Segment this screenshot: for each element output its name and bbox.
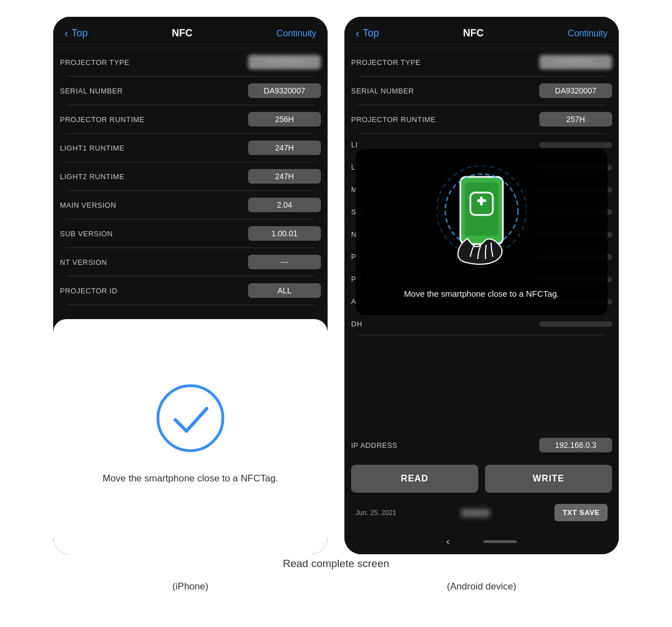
android-continuity-button[interactable]: Continuity — [568, 29, 608, 39]
iphone-data-list: PROJECTOR TYPEPT-MZ570SERIAL NUMBERDA932… — [53, 48, 328, 308]
iphone-data-row: LIGHT2 RUNTIME247H — [60, 166, 321, 187]
iphone-row-value: 247H — [248, 141, 321, 155]
iphone-nav: ‹ Top NFC Continuity — [53, 17, 328, 48]
footer-blurred-info: ██████ — [461, 509, 490, 517]
iphone-row-label: NT VERSION — [60, 258, 248, 266]
read-button[interactable]: READ — [351, 465, 478, 493]
iphone-row-label: PROJECTOR TYPE — [60, 58, 248, 67]
svg-rect-4 — [480, 196, 483, 205]
iphone-row-value: ALL — [248, 283, 321, 298]
svg-point-0 — [158, 386, 223, 451]
iphone-row-value: DA9320007 — [248, 83, 321, 98]
android-row-value: PT-MZ570 — [539, 55, 612, 69]
android-row-label: LI — [351, 141, 539, 149]
iphone-row-value: PT-MZ570 — [248, 55, 321, 69]
iphone-data-row: PROJECTOR TYPEPT-MZ570 — [60, 52, 321, 73]
caption-text: Read complete screen — [0, 554, 672, 572]
android-row-label: PROJECTOR RUNTIME — [351, 115, 539, 124]
android-ip-row: IP ADDRESS 192.168.0.3 — [351, 433, 612, 457]
iphone-row-value: 1.00.01 — [248, 226, 321, 241]
android-back-chevron-icon: ‹ — [356, 27, 360, 40]
labels-row: (iPhone) (Android device) — [0, 572, 672, 598]
android-nfc-message: Move the smartphone close to a NFCTag. — [404, 288, 559, 301]
iphone-data-row: PROJECTOR RUNTIME256H — [60, 109, 321, 130]
android-scroll-area: PROJECTOR TYPEPT-MZ570SERIAL NUMBERDA932… — [344, 48, 619, 433]
iphone-back-button[interactable]: ‹ Top — [64, 27, 88, 40]
android-footer: Jun. 25, 2021 ██████ TXT SAVE — [344, 498, 619, 529]
iphone-row-label: PROJECTOR RUNTIME — [60, 115, 248, 124]
android-frame: ‹ Top NFC Continuity PROJECTOR TYPEPT-MZ… — [344, 17, 619, 554]
android-row-value: DA9320007 — [539, 83, 612, 98]
android-action-buttons: READ WRITE — [344, 459, 619, 498]
android-row-value: 257H — [539, 112, 612, 127]
android-back-nav-icon[interactable]: ‹ — [446, 536, 450, 548]
iphone-nfc-message: Move the smartphone close to a NFCTag. — [102, 471, 278, 486]
android-back-button[interactable]: ‹ Top — [356, 27, 379, 40]
iphone-data-row: SUB VERSION1.00.01 — [60, 223, 321, 244]
footer-date: Jun. 25, 2021 — [356, 509, 396, 517]
android-home-bar[interactable] — [483, 540, 517, 543]
iphone-screen-label: (iPhone) — [53, 581, 328, 592]
iphone-nav-title: NFC — [172, 27, 193, 39]
android-row-label: SERIAL NUMBER — [351, 87, 539, 95]
iphone-row-label: LIGHT1 RUNTIME — [60, 144, 248, 152]
iphone-data-row: SERIAL NUMBERDA9320007 — [60, 80, 321, 101]
android-data-row: PROJECTOR TYPEPT-MZ570 — [351, 52, 612, 73]
back-chevron-icon: ‹ — [64, 27, 68, 40]
android-data-row: SERIAL NUMBERDA9320007 — [351, 80, 612, 101]
iphone-data-row: MAIN VERSION2.04 — [60, 194, 321, 216]
android-data-row: PROJECTOR RUNTIME257H — [351, 109, 612, 130]
iphone-row-label: SERIAL NUMBER — [60, 87, 248, 95]
iphone-row-value: 256H — [248, 112, 321, 127]
android-screen-label: (Android device) — [344, 581, 619, 592]
iphone-continuity-button[interactable]: Continuity — [277, 29, 316, 39]
txt-save-button[interactable]: TXT SAVE — [554, 504, 608, 521]
android-row-label: DH — [351, 320, 539, 328]
android-nfc-overlay: Move the smartphone close to a NFCTag. — [356, 149, 608, 315]
iphone-data-row: NT VERSION--- — [60, 251, 321, 273]
iphone-row-value: 247H — [248, 169, 321, 184]
android-data-row: DH — [351, 316, 612, 331]
nfc-illustration-icon — [437, 166, 526, 278]
iphone-success-card: Move the smartphone close to a NFCTag. — [53, 319, 328, 554]
iphone-row-value: 2.04 — [248, 198, 321, 212]
iphone-row-label: LIGHT2 RUNTIME — [60, 172, 248, 181]
android-ip-label: IP ADDRESS — [351, 441, 539, 450]
iphone-data-row: PROJECTOR IDALL — [60, 280, 321, 301]
android-back-label: Top — [363, 27, 379, 39]
checkmark-icon — [154, 382, 227, 455]
iphone-row-label: PROJECTOR ID — [60, 287, 248, 295]
iphone-row-label: SUB VERSION — [60, 230, 248, 238]
android-row-value — [539, 142, 612, 148]
write-button[interactable]: WRITE — [485, 465, 612, 493]
android-row-label: PROJECTOR TYPE — [351, 58, 539, 67]
iphone-back-label: Top — [72, 27, 88, 39]
iphone-row-value: --- — [248, 255, 321, 269]
android-nav: ‹ Top NFC Continuity — [344, 17, 619, 48]
android-row-value — [539, 321, 612, 327]
android-ip-value: 192.168.0.3 — [539, 438, 612, 452]
iphone-frame: ‹ Top NFC Continuity PROJECTOR TYPEPT-MZ… — [53, 17, 328, 554]
android-nav-title: NFC — [463, 27, 484, 39]
iphone-row-label: MAIN VERSION — [60, 201, 248, 209]
iphone-data-row: LIGHT1 RUNTIME247H — [60, 137, 321, 158]
android-bottom-nav: ‹ — [344, 529, 619, 554]
